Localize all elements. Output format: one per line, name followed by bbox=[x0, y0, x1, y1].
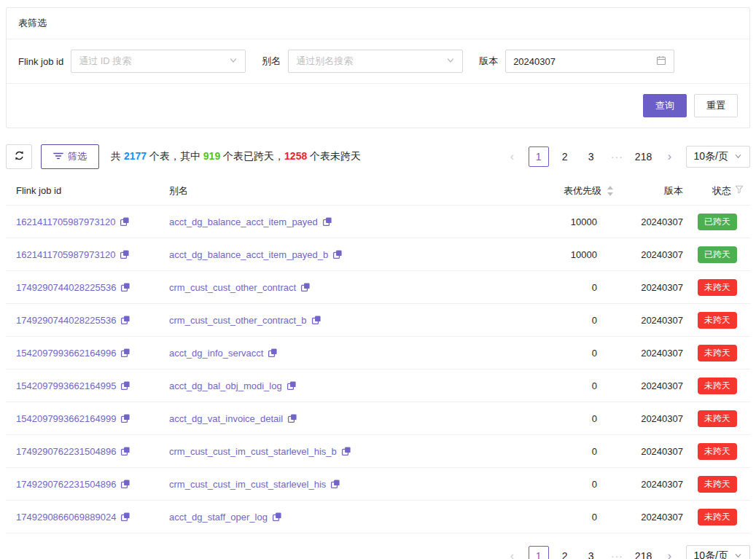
job-id-link[interactable]: 1542097993662164995 bbox=[16, 380, 116, 391]
chevron-down-icon bbox=[229, 56, 238, 67]
copy-icon[interactable] bbox=[120, 315, 130, 325]
alias-link[interactable]: crm_cust_cust_im_cust_starlevel_his bbox=[169, 479, 326, 490]
job-id-link[interactable]: 1749290866069889024 bbox=[16, 512, 116, 523]
copy-icon[interactable] bbox=[268, 348, 278, 358]
pagination-page-2[interactable]: 2 bbox=[555, 546, 575, 559]
pagination-ellipsis[interactable]: ··· bbox=[607, 546, 628, 559]
copy-icon[interactable] bbox=[120, 348, 130, 358]
alias-link[interactable]: crm_cust_cust_other_contract bbox=[169, 282, 296, 293]
copy-icon[interactable] bbox=[311, 315, 322, 325]
filter-card: 表筛选 Flink job id 通过 ID 搜索 别名 通过别名搜索 版本 2… bbox=[6, 7, 750, 128]
alias-link[interactable]: crm_cust_cust_other_contract_b bbox=[169, 315, 307, 326]
table-row: 1749290866069889024 acct_dg_staff_oper_l… bbox=[6, 501, 750, 533]
version-cell: 20240307 bbox=[617, 479, 685, 490]
copy-icon[interactable] bbox=[287, 380, 297, 391]
refresh-icon bbox=[14, 150, 25, 163]
alias-link[interactable]: acct_dg_vat_invoice_detail bbox=[169, 413, 283, 424]
job-id-link[interactable]: 1749290744028225536 bbox=[16, 282, 116, 293]
funnel-filter-icon[interactable] bbox=[735, 185, 744, 196]
sort-icon[interactable] bbox=[607, 186, 613, 196]
version-cell: 20240307 bbox=[617, 216, 685, 227]
alias-cell: acct_dg_info_servacct bbox=[159, 348, 508, 359]
status-badge: 未跨天 bbox=[698, 279, 737, 296]
pagination-page-218[interactable]: 218 bbox=[634, 546, 654, 559]
page-size-select[interactable]: 10条/页 bbox=[686, 146, 750, 168]
col-header-version[interactable]: 版本 bbox=[617, 184, 685, 198]
version-cell: 20240307 bbox=[617, 512, 685, 523]
pagination-ellipsis[interactable]: ··· bbox=[607, 146, 628, 167]
flink-job-id-select[interactable]: 通过 ID 搜索 bbox=[71, 50, 246, 73]
stats-mid1: 个表，其中 bbox=[147, 150, 203, 162]
status-cell: 未跨天 bbox=[685, 443, 750, 460]
priority-cell: 10000 bbox=[508, 216, 617, 227]
col-header-status[interactable]: 状态 bbox=[685, 184, 750, 198]
job-id-cell: 1542097993662164999 bbox=[6, 413, 159, 424]
version-cell: 20240307 bbox=[617, 282, 685, 293]
copy-icon[interactable] bbox=[300, 282, 311, 292]
version-cell: 20240307 bbox=[617, 446, 685, 457]
job-id-link[interactable]: 1749290762231504896 bbox=[16, 479, 116, 490]
copy-icon[interactable] bbox=[120, 413, 130, 423]
alias-link[interactable]: acct_dg_staff_oper_log bbox=[169, 512, 268, 523]
col-header-priority[interactable]: 表优先级 bbox=[508, 184, 617, 198]
alias-select[interactable]: 通过别名搜索 bbox=[288, 50, 463, 73]
copy-icon[interactable] bbox=[287, 413, 297, 423]
toolbar: 筛选 共 2177 个表，其中 919 个表已跨天，1258 个表未跨天 ‹12… bbox=[6, 144, 750, 169]
flink-job-id-label: Flink job id bbox=[18, 56, 63, 67]
alias-link[interactable]: acct_dg_info_servacct bbox=[169, 348, 263, 359]
refresh-button[interactable] bbox=[6, 144, 32, 169]
copy-icon[interactable] bbox=[120, 479, 130, 489]
priority-cell: 0 bbox=[508, 315, 617, 326]
alias-link[interactable]: acct_dg_bal_obj_modi_log bbox=[169, 380, 282, 391]
col-header-alias[interactable]: 别名 bbox=[159, 184, 508, 198]
pagination-next[interactable]: › bbox=[660, 146, 680, 167]
query-button[interactable]: 查询 bbox=[643, 94, 687, 117]
alias-link[interactable]: acct_dg_balance_acct_item_payed bbox=[169, 216, 318, 227]
version-date-input[interactable]: 20240307 bbox=[505, 50, 674, 73]
alias-link[interactable]: acct_dg_balance_acct_item_payed_b bbox=[169, 249, 328, 260]
filter-button[interactable]: 筛选 bbox=[41, 144, 99, 169]
status-badge: 未跨天 bbox=[698, 312, 737, 329]
alias-placeholder: 通过别名搜索 bbox=[296, 55, 353, 68]
col-header-flink-job-id[interactable]: Flink job id bbox=[6, 185, 159, 196]
pagination-page-1[interactable]: 1 bbox=[529, 546, 549, 559]
page-size-select[interactable]: 10条/页 bbox=[686, 545, 750, 559]
pagination-page-3[interactable]: 3 bbox=[581, 146, 601, 167]
job-id-link[interactable]: 1749290744028225536 bbox=[16, 315, 116, 326]
copy-icon[interactable] bbox=[322, 216, 332, 227]
alias-link[interactable]: crm_cust_cust_im_cust_starlevel_his_b bbox=[169, 446, 337, 457]
bottom-bar: ‹123···218›10条/页 bbox=[6, 545, 750, 559]
copy-icon[interactable] bbox=[272, 512, 282, 522]
job-id-link[interactable]: 1621411705987973120 bbox=[16, 216, 115, 227]
pagination-page-218[interactable]: 218 bbox=[634, 146, 654, 167]
filter-card-title: 表筛选 bbox=[7, 8, 749, 39]
pagination-page-2[interactable]: 2 bbox=[555, 146, 575, 167]
copy-icon[interactable] bbox=[330, 479, 340, 489]
pagination-prev[interactable]: ‹ bbox=[502, 546, 523, 559]
status-badge: 未跨天 bbox=[698, 345, 737, 361]
table-row: 1542097993662164995 acct_dg_bal_obj_modi… bbox=[6, 370, 750, 402]
copy-icon[interactable] bbox=[120, 446, 130, 456]
copy-icon[interactable] bbox=[120, 249, 130, 259]
job-id-link[interactable]: 1749290762231504896 bbox=[16, 446, 116, 457]
version-cell: 20240307 bbox=[617, 315, 685, 326]
copy-icon[interactable] bbox=[341, 446, 351, 456]
priority-cell: 0 bbox=[508, 413, 617, 424]
job-id-link[interactable]: 1621411705987973120 bbox=[16, 249, 115, 260]
copy-icon[interactable] bbox=[120, 512, 130, 522]
job-id-link[interactable]: 1542097993662164996 bbox=[16, 348, 116, 359]
job-id-cell: 1749290744028225536 bbox=[6, 315, 159, 326]
pagination-prev[interactable]: ‹ bbox=[502, 146, 523, 167]
pagination-page-3[interactable]: 3 bbox=[581, 546, 601, 559]
job-id-link[interactable]: 1542097993662164999 bbox=[16, 413, 116, 424]
copy-icon[interactable] bbox=[332, 249, 343, 259]
status-badge: 未跨天 bbox=[698, 476, 737, 493]
copy-icon[interactable] bbox=[120, 380, 130, 391]
copy-icon[interactable] bbox=[120, 282, 130, 292]
alias-label: 别名 bbox=[262, 55, 281, 68]
reset-button[interactable]: 重置 bbox=[694, 94, 738, 117]
copy-icon[interactable] bbox=[120, 216, 130, 227]
pagination-next[interactable]: › bbox=[660, 546, 680, 559]
pagination-page-1[interactable]: 1 bbox=[529, 146, 549, 167]
chevron-down-icon bbox=[734, 151, 742, 163]
